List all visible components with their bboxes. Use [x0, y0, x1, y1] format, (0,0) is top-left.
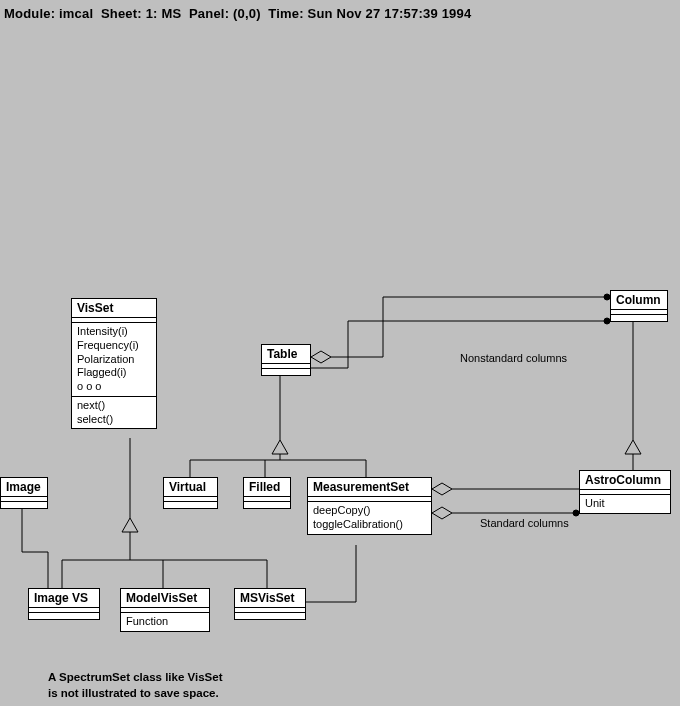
svg-marker-6: [432, 507, 452, 519]
label-standard-columns: Standard columns: [480, 517, 569, 529]
svg-marker-12: [272, 440, 288, 454]
svg-marker-4: [625, 440, 641, 454]
svg-marker-9: [432, 483, 452, 495]
sheet-label: Sheet:: [101, 6, 142, 21]
class-astrocolumn: AstroColumn Unit: [579, 470, 671, 514]
class-name: Filled: [244, 478, 290, 497]
module-label: Module:: [4, 6, 55, 21]
class-virtual: Virtual: [163, 477, 218, 509]
class-empty: [244, 502, 290, 508]
class-table: Table: [261, 344, 311, 376]
class-name: AstroColumn: [580, 471, 670, 490]
module-value: imcal: [59, 6, 93, 21]
label-nonstandard-columns: Nonstandard columns: [460, 352, 567, 364]
class-name: ModelVisSet: [121, 589, 209, 608]
class-empty: [235, 613, 305, 619]
diagram-header: Module: imcal Sheet: 1: MS Panel: (0,0) …: [4, 6, 471, 21]
class-name: Table: [262, 345, 310, 364]
time-value: Sun Nov 27 17:57:39 1994: [308, 6, 472, 21]
class-name: Virtual: [164, 478, 217, 497]
class-attrs: Function: [121, 613, 209, 631]
class-measurementset: MeasurementSet deepCopy() toggleCalibrat…: [307, 477, 432, 535]
class-attrs: Unit: [580, 495, 670, 513]
class-name: VisSet: [72, 299, 156, 318]
class-column: Column: [610, 290, 668, 322]
class-image: Image: [0, 477, 48, 509]
class-ops: deepCopy() toggleCalibration(): [308, 502, 431, 534]
svg-marker-0: [311, 351, 331, 363]
sheet-value: 1: MS: [146, 6, 182, 21]
class-empty: [1, 502, 47, 508]
note-line2: is not illustrated to save space.: [48, 686, 223, 702]
class-imagevs: Image VS: [28, 588, 100, 620]
class-modelvisset: ModelVisSet Function: [120, 588, 210, 632]
class-name: Column: [611, 291, 667, 310]
panel-label: Panel:: [189, 6, 229, 21]
class-filled: Filled: [243, 477, 291, 509]
class-name: MeasurementSet: [308, 478, 431, 497]
class-visset: VisSet Intensity(i) Frequency(i) Polariz…: [71, 298, 157, 429]
diagram-note: A SpectrumSet class like VisSet is not i…: [48, 670, 223, 701]
class-empty: [611, 315, 667, 321]
class-empty: [164, 502, 217, 508]
time-label: Time:: [268, 6, 303, 21]
class-attrs: Intensity(i) Frequency(i) Polarization F…: [72, 323, 156, 396]
class-empty: [29, 613, 99, 619]
class-name: Image VS: [29, 589, 99, 608]
class-name: MSVisSet: [235, 589, 305, 608]
class-name: Image: [1, 478, 47, 497]
note-line1: A SpectrumSet class like VisSet: [48, 670, 223, 686]
class-ops: next() select(): [72, 396, 156, 429]
class-msvisset: MSVisSet: [234, 588, 306, 620]
panel-value: (0,0): [233, 6, 261, 21]
svg-marker-19: [122, 518, 138, 532]
class-empty: [262, 369, 310, 375]
